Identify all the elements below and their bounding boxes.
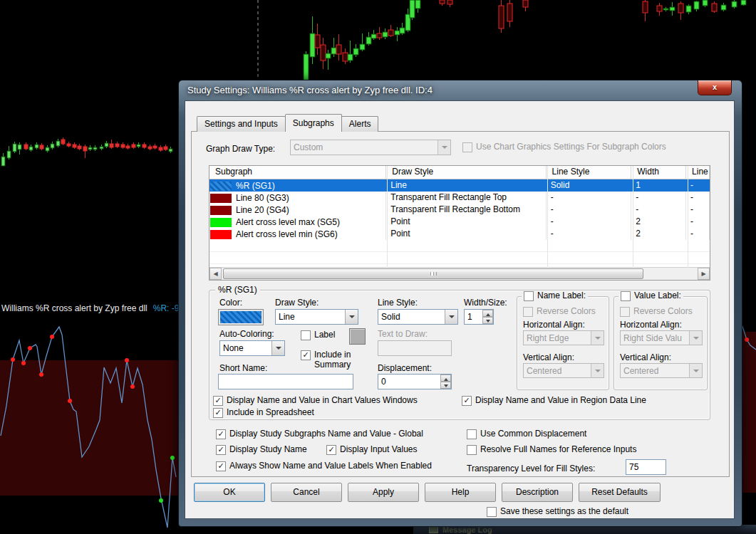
candlestick [29,147,33,150]
tab-settings-and-inputs[interactable]: Settings and Inputs [197,116,286,132]
candlestick [143,145,146,147]
spin-up-icon[interactable] [482,310,493,317]
chevron-down-icon [689,364,702,377]
candlestick [115,144,119,147]
value-vertical-align-combo[interactable]: Centered [620,363,703,378]
use-common-displacement-checkbox[interactable]: Use Common Displacement [467,429,586,439]
table-header-row: SubgraphDraw StyleLine StyleWidthLine L [209,166,710,179]
close-button[interactable]: x [698,80,732,95]
candlestick [18,145,21,150]
name-vertical-align-combo[interactable]: Centered [523,363,604,378]
candlestick [670,7,675,11]
candlestick [121,145,125,147]
subgraph-row[interactable]: Line 20 (SG4)Transparent Fill Rectangle … [209,204,710,216]
column-header-line-style[interactable]: Line Style [547,166,632,179]
chevron-down-icon [591,364,604,377]
ok-button[interactable]: OK [194,483,265,502]
tab-subgraphs[interactable]: Subgraphs [285,114,342,132]
checkbox-box [524,291,534,301]
subgraph-name: Line 80 (SG3) [236,193,289,204]
width-size-spinner[interactable]: 1 [464,309,494,325]
description-button[interactable]: Description [502,483,573,502]
scroll-right-arrow-icon[interactable]: ▶ [698,268,710,280]
display-subgraphs-global-checkbox[interactable]: ✓Display Study Subgraphs Name and Value … [216,429,423,439]
include-in-summary-checkbox[interactable]: ✓Include in Summary [301,350,379,370]
table-cell: Transparent Fill Rectangle Top [386,192,546,204]
spin-down-icon[interactable] [440,382,451,389]
display-study-name-checkbox[interactable]: ✓Display Study Name [216,445,307,455]
resolve-full-names-checkbox[interactable]: Resolve Full Names for Reference Inputs [467,445,636,455]
candlestick [400,28,405,33]
subgraph-row[interactable]: %R (SG1)LineSolid1- [209,179,710,192]
scroll-left-arrow-icon[interactable]: ◀ [209,268,222,280]
column-header-width[interactable]: Width [631,166,686,179]
subgraph-row[interactable]: Alert cross level max (SG5)Point-2- [209,216,710,228]
column-header-draw-style[interactable]: Draw Style [386,166,546,179]
display-input-values-checkbox[interactable]: ✓Display Input Values [326,445,418,455]
display-region-data-line-checkbox[interactable]: ✓Display Name and Value in Region Data L… [462,396,646,406]
candlestick [61,140,65,144]
checkbox-label: Use Chart Graphics Settings For Subgraph… [476,142,666,152]
display-chart-values-checkbox[interactable]: ✓Display Name and Value in Chart Values … [213,396,418,406]
name-horizontal-align-combo[interactable]: Right Edge [523,330,604,345]
graph-draw-type-combo[interactable]: Custom [290,140,451,155]
always-show-labels-checkbox[interactable]: ✓Always Show Name and Value Labels When … [216,461,432,471]
color-button[interactable] [218,309,264,325]
checkbox-label: Reverse Colors [537,306,596,316]
checkbox-box: ✓ [213,408,223,418]
line-style-combo[interactable]: Solid [378,309,458,325]
value-horizontal-align-combo[interactable]: Right Side Valu [620,330,703,345]
reset-defaults-button[interactable]: Reset Defaults [579,483,661,502]
table-cell: Line [386,179,546,192]
spin-up-icon[interactable] [440,375,451,382]
value-label-checkbox[interactable]: Value Label: [618,291,683,301]
line-style-value: Solid [381,312,444,322]
transparency-level-input[interactable] [626,459,666,475]
auto-coloring-combo[interactable]: None [219,340,285,356]
label-color-button[interactable] [349,328,366,345]
value-label-group: Value Label: Reverse Colors Horizontal A… [613,296,708,390]
candlestick [326,53,331,58]
short-name-input[interactable] [218,374,353,389]
transparency-level-label: Transparency Level for Fill Styles: [467,464,595,473]
tab-alerts[interactable]: Alerts [341,116,379,132]
alert-cross-min-dot [50,335,54,339]
scrollbar-track[interactable] [222,268,698,280]
table-cell: - [631,204,686,216]
subgraph-row[interactable]: Line 80 (SG3)Transparent Fill Rectangle … [209,192,710,204]
subgraph-color-swatch [210,182,232,191]
checkbox-box [467,429,477,439]
cancel-button[interactable]: Cancel [271,483,342,502]
scrollbar-thumb[interactable] [223,268,643,279]
table-cell: - [686,216,710,228]
column-header-subgraph[interactable]: Subgraph [209,166,386,179]
help-button[interactable]: Help [425,483,496,502]
use-chart-graphics-checkbox[interactable]: Use Chart Graphics Settings For Subgraph… [462,142,666,152]
table-cell: Solid [547,179,632,192]
subgraph-row[interactable]: Alert cross level min (SG6)Point-2- [209,228,710,240]
graph-draw-type-label: Graph Draw Type: [206,144,275,154]
checkbox-box [462,142,472,152]
table-horizontal-scrollbar[interactable]: ◀ ▶ [209,267,710,280]
candlestick [56,141,60,146]
wr-fill-band [0,360,178,496]
save-as-default-checkbox[interactable]: Save these settings as the default [487,507,628,517]
candlestick [148,147,152,149]
apply-button[interactable]: Apply [348,483,419,502]
table-body: %R (SG1)LineSolid1-Line 80 (SG3)Transpar… [209,179,710,240]
value-vertical-align-value: Centered [623,366,688,376]
name-horizontal-align-label: Horizontal Align: [523,320,585,330]
spin-down-icon[interactable] [482,317,493,324]
label-checkbox[interactable]: Label [301,330,335,340]
name-label-checkbox[interactable]: Name Label: [522,291,588,301]
name-reverse-colors-checkbox[interactable]: Reverse Colors [523,307,596,317]
table-cell: 2 [631,216,686,228]
include-in-spreadsheet-checkbox[interactable]: ✓Include in Spreadsheet [213,408,314,418]
draw-style-combo[interactable]: Line [275,309,358,325]
displacement-spinner[interactable]: 0 [378,374,452,389]
column-header-line-l[interactable]: Line L [686,166,710,179]
dialog-titlebar[interactable]: Study Settings: Williams %R cross alert … [179,80,742,100]
value-reverse-colors-checkbox[interactable]: Reverse Colors [620,307,693,317]
text-to-draw-input[interactable] [378,340,452,356]
table-cell: - [547,228,632,240]
